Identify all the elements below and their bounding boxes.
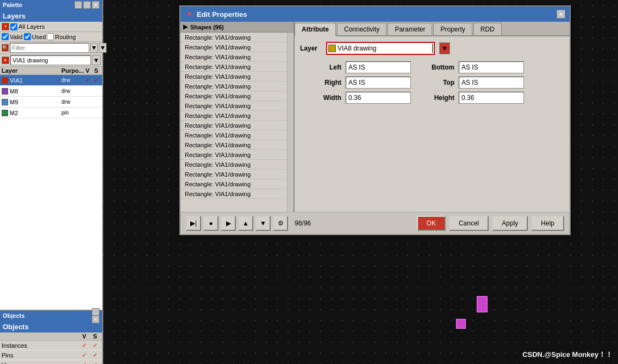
layers-header: Layers bbox=[0, 10, 102, 22]
valid-used-row: Valid Used Routing bbox=[0, 32, 102, 42]
list-item[interactable]: Rectangle: VIA1/drawing bbox=[180, 72, 287, 81]
shapes-panel: ▶ Shapes (96) Rectangle: VIA1/drawing Re… bbox=[180, 22, 295, 212]
list-item[interactable]: M2 pin bbox=[0, 108, 102, 118]
list-item[interactable]: Rectangle: VIA1/drawing bbox=[180, 111, 287, 121]
shapes-collapse-icon[interactable]: ▶ bbox=[183, 23, 188, 30]
nav-special-btn[interactable]: ⚙ bbox=[273, 216, 288, 231]
palette-maximize-btn[interactable]: □ bbox=[83, 1, 91, 9]
layer-select-box[interactable]: VIA1 drawing bbox=[10, 55, 91, 65]
list-item[interactable]: Pins ✓ ✓ bbox=[0, 350, 102, 360]
used-checkbox[interactable] bbox=[24, 33, 31, 40]
list-item[interactable]: Vias ✓ ✓ bbox=[0, 360, 102, 364]
layer-s-check: ✓ bbox=[92, 77, 101, 83]
shapes-scrollbar[interactable] bbox=[287, 33, 294, 212]
top-input[interactable] bbox=[459, 77, 524, 89]
top-label: Top bbox=[413, 79, 457, 86]
palette-minimize-btn[interactable]: _ bbox=[74, 1, 82, 9]
all-layers-label[interactable]: All Layers bbox=[10, 23, 45, 30]
bottom-input[interactable] bbox=[459, 61, 524, 73]
dialog-close-button[interactable]: × bbox=[557, 10, 565, 18]
ok-button[interactable]: OK bbox=[417, 216, 446, 231]
canvas-shape-2 bbox=[456, 319, 466, 329]
layer-select-dropdown-btn[interactable]: ▼ bbox=[92, 55, 101, 65]
filter-input[interactable] bbox=[10, 43, 89, 53]
list-item[interactable]: Rectangle: VIA1/drawing bbox=[180, 33, 287, 42]
valid-checkbox[interactable] bbox=[2, 33, 9, 40]
layer-select-row: ✕ VIA1 drawing ▼ bbox=[0, 54, 102, 67]
objects-col-v: V bbox=[79, 333, 90, 340]
object-v-check: ✓ bbox=[79, 362, 90, 364]
list-item[interactable]: Rectangle: VIA1/drawing bbox=[180, 140, 287, 150]
layer-name: M2 bbox=[10, 110, 61, 116]
layer-dropdown-btn[interactable]: ▼ bbox=[439, 42, 450, 54]
height-label: Height bbox=[413, 94, 457, 102]
list-item[interactable]: Rectangle: VIA1/drawing bbox=[180, 189, 287, 199]
layers-panel: Palette _ □ × Layers Y All Layers Valid … bbox=[0, 0, 103, 310]
right-input[interactable] bbox=[346, 77, 411, 89]
list-item[interactable]: Rectangle: VIA1/drawing bbox=[180, 91, 287, 101]
list-item[interactable]: Rectangle: VIA1/drawing bbox=[180, 42, 287, 52]
text-cursor bbox=[432, 44, 433, 53]
layer-field-row: Layer ▼ bbox=[300, 42, 564, 55]
layers-toolbar: Y All Layers bbox=[0, 22, 102, 32]
nav-up-btn[interactable]: ▲ bbox=[238, 216, 253, 231]
nav-play-btn[interactable]: ▶ bbox=[221, 216, 236, 231]
routing-label[interactable]: Routing bbox=[47, 33, 76, 40]
objects-col-name bbox=[2, 333, 79, 340]
layer-input[interactable] bbox=[338, 45, 430, 52]
filter-options-btn[interactable]: ▼ bbox=[99, 43, 107, 53]
tab-parameter[interactable]: Parameter bbox=[388, 23, 432, 35]
col-s-header: S bbox=[92, 67, 101, 74]
list-item[interactable]: Rectangle: VIA1/drawing bbox=[180, 150, 287, 160]
list-item[interactable]: Rectangle: VIA1/drawing bbox=[180, 62, 287, 72]
dialog-title-text: Edit Properties bbox=[197, 10, 247, 18]
nav-first-btn[interactable]: ▶| bbox=[186, 216, 201, 231]
help-button[interactable]: Help bbox=[531, 216, 564, 231]
list-item[interactable]: M8 drw bbox=[0, 86, 102, 97]
objects-col-headers: V S bbox=[0, 332, 102, 341]
list-item[interactable]: Rectangle: VIA1/drawing bbox=[180, 81, 287, 91]
list-item[interactable]: M9 drw bbox=[0, 97, 102, 108]
height-input[interactable] bbox=[459, 92, 524, 104]
nav-count-label: 96/96 bbox=[295, 219, 311, 227]
right-label: Right bbox=[300, 79, 344, 86]
layer-purpose: pin bbox=[61, 110, 83, 116]
palette-close-btn[interactable]: × bbox=[92, 1, 99, 9]
layer-input-wrapper[interactable] bbox=[326, 42, 435, 55]
apply-button[interactable]: Apply bbox=[492, 216, 528, 231]
bottom-label: Bottom bbox=[413, 64, 457, 71]
layers-col-headers: Layer Purpo... V S bbox=[0, 67, 102, 75]
nav-prev-btn[interactable]: ● bbox=[203, 216, 219, 231]
list-item[interactable]: Rectangle: VIA1/drawing bbox=[180, 52, 287, 62]
tab-connectivity[interactable]: Connectivity bbox=[337, 23, 386, 35]
tab-property[interactable]: Property bbox=[433, 23, 472, 35]
list-item[interactable]: Rectangle: VIA1/drawing bbox=[180, 160, 287, 170]
left-input[interactable] bbox=[346, 61, 411, 73]
valid-label[interactable]: Valid bbox=[2, 33, 23, 40]
shapes-list[interactable]: Rectangle: VIA1/drawing Rectangle: VIA1/… bbox=[180, 33, 287, 212]
list-item[interactable]: Rectangle: VIA1/drawing bbox=[180, 121, 287, 130]
objects-panel: Objects _ × Objects V S Instances ✓ ✓ Pi… bbox=[0, 310, 103, 364]
col-purpose-header: Purpo... bbox=[61, 67, 83, 74]
tab-rdd[interactable]: RDD bbox=[473, 23, 502, 35]
width-input[interactable] bbox=[346, 92, 411, 104]
dialog-body: ▶ Shapes (96) Rectangle: VIA1/drawing Re… bbox=[180, 22, 570, 212]
layers-list[interactable]: VIA1 drw ✓ ✓ M8 drw M9 drw M2 pin bbox=[0, 75, 102, 310]
nav-down-btn[interactable]: ▼ bbox=[255, 216, 271, 231]
filter-dropdown-btn[interactable]: ▼ bbox=[90, 43, 98, 53]
list-item[interactable]: Instances ✓ ✓ bbox=[0, 341, 102, 350]
objects-minimize-btn[interactable]: _ bbox=[92, 308, 99, 316]
used-label[interactable]: Used bbox=[24, 33, 46, 40]
all-layers-checkbox[interactable] bbox=[10, 23, 17, 30]
dialog-app-icon: ✕ bbox=[185, 10, 193, 18]
objects-close-btn[interactable]: × bbox=[92, 316, 99, 323]
cancel-button[interactable]: Cancel bbox=[449, 216, 489, 231]
list-item[interactable]: Rectangle: VIA1/drawing bbox=[180, 179, 287, 189]
layer-x-icon: ✕ bbox=[2, 57, 9, 64]
tab-attribute[interactable]: Attribute bbox=[295, 23, 336, 36]
list-item[interactable]: Rectangle: VIA1/drawing bbox=[180, 101, 287, 111]
list-item[interactable]: Rectangle: VIA1/drawing bbox=[180, 130, 287, 140]
routing-checkbox[interactable] bbox=[47, 33, 54, 40]
list-item[interactable]: VIA1 drw ✓ ✓ bbox=[0, 75, 102, 86]
list-item[interactable]: Rectangle: VIA1/drawing bbox=[180, 170, 287, 179]
